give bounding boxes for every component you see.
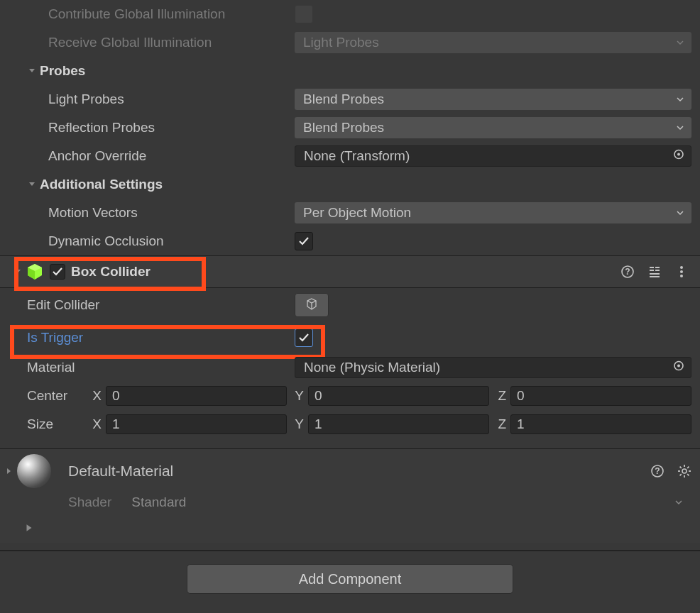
svg-line-23 [687, 474, 689, 475]
preset-icon[interactable] [647, 265, 662, 279]
size-z-input[interactable] [510, 414, 691, 434]
box-collider-enable-checkbox[interactable] [50, 264, 65, 280]
reflection-probes-value: Blend Probes [303, 120, 384, 136]
svg-point-17 [682, 469, 687, 473]
additional-settings-foldout[interactable] [27, 180, 37, 189]
svg-rect-8 [650, 273, 660, 275]
receive-gi-label: Receive Global Illumination [7, 35, 295, 50]
svg-rect-7 [655, 270, 660, 271]
axis-z-label: Z [493, 388, 506, 404]
material-name: Default-Material [68, 463, 173, 480]
svg-line-25 [687, 467, 689, 468]
probes-header: Probes [40, 63, 85, 79]
axis-x-label: X [89, 416, 102, 432]
context-menu-icon[interactable] [674, 265, 689, 279]
collider-material-value: None (Physic Material) [304, 360, 440, 375]
chevron-down-icon [674, 495, 683, 510]
motion-vectors-label: Motion Vectors [7, 205, 295, 221]
light-probes-value: Blend Probes [303, 92, 384, 107]
anchor-override-label: Anchor Override [7, 148, 295, 164]
size-x-input[interactable] [106, 414, 287, 434]
svg-rect-4 [650, 267, 654, 268]
box-collider-icon [26, 263, 44, 281]
dynamic-occlusion-label: Dynamic Occlusion [7, 233, 295, 249]
chevron-down-icon [676, 205, 684, 221]
anchor-override-value: None (Transform) [304, 148, 410, 164]
add-component-label: Add Component [299, 571, 402, 587]
shader-label: Shader [68, 495, 111, 510]
dynamic-occlusion-checkbox[interactable] [295, 232, 313, 250]
additional-settings-header: Additional Settings [40, 177, 163, 192]
box-collider-foldout[interactable] [13, 267, 23, 277]
collider-material-label: Material [7, 360, 295, 375]
help-icon[interactable]: ? [650, 464, 665, 478]
anchor-override-field[interactable]: None (Transform) [295, 145, 691, 167]
contribute-gi-checkbox [295, 5, 313, 23]
box-collider-header[interactable]: Box Collider ? [0, 255, 700, 288]
is-trigger-label: Is Trigger [7, 330, 295, 346]
motion-vectors-dropdown[interactable]: Per Object Motion [295, 202, 691, 223]
svg-text:?: ? [655, 466, 660, 476]
motion-vectors-value: Per Object Motion [303, 205, 411, 221]
object-picker-icon[interactable] [672, 360, 685, 376]
center-x-input[interactable] [106, 386, 287, 406]
svg-text:?: ? [625, 267, 630, 277]
edit-collider-button[interactable] [295, 293, 329, 317]
svg-point-11 [680, 270, 683, 273]
chevron-down-icon [676, 35, 684, 50]
svg-line-24 [680, 474, 682, 475]
axis-z-label: Z [493, 416, 506, 432]
center-label: Center [7, 388, 89, 404]
svg-point-14 [677, 365, 680, 368]
expand-arrow-icon[interactable] [24, 521, 34, 536]
receive-gi-value: Light Probes [303, 35, 379, 50]
light-probes-dropdown[interactable]: Blend Probes [295, 89, 691, 110]
material-preview-icon [17, 454, 51, 488]
size-y-input[interactable] [308, 414, 489, 434]
is-trigger-checkbox[interactable] [295, 328, 313, 347]
material-foldout[interactable] [4, 466, 14, 476]
add-component-button[interactable]: Add Component [187, 564, 513, 594]
object-picker-icon[interactable] [672, 148, 685, 165]
svg-point-12 [680, 275, 683, 277]
axis-y-label: Y [291, 388, 304, 404]
reflection-probes-dropdown[interactable]: Blend Probes [295, 117, 691, 138]
svg-rect-5 [650, 270, 654, 271]
axis-y-label: Y [291, 416, 304, 432]
contribute-gi-label: Contribute Global Illumination [7, 6, 295, 22]
svg-rect-9 [650, 276, 660, 277]
receive-gi-dropdown: Light Probes [295, 32, 691, 53]
center-z-input[interactable] [510, 386, 691, 406]
svg-rect-6 [655, 267, 660, 268]
chevron-down-icon [676, 92, 684, 107]
shader-value: Standard [131, 495, 186, 510]
light-probes-label: Light Probes [7, 92, 295, 107]
box-collider-title: Box Collider [71, 264, 151, 280]
chevron-down-icon [676, 120, 684, 136]
axis-x-label: X [89, 388, 102, 404]
edit-collider-label: Edit Collider [7, 297, 295, 313]
probes-foldout[interactable] [27, 66, 37, 76]
collider-material-field[interactable]: None (Physic Material) [295, 357, 691, 378]
material-panel: Default-Material ? Shader Standard [0, 448, 700, 543]
shader-dropdown[interactable]: Standard [124, 492, 691, 513]
gear-icon[interactable] [677, 464, 691, 478]
reflection-probes-label: Reflection Probes [7, 120, 295, 136]
help-icon[interactable]: ? [620, 265, 635, 279]
center-y-input[interactable] [308, 386, 489, 406]
size-label: Size [7, 416, 89, 432]
svg-line-22 [680, 467, 682, 468]
svg-point-1 [677, 153, 680, 156]
svg-point-10 [680, 266, 683, 269]
